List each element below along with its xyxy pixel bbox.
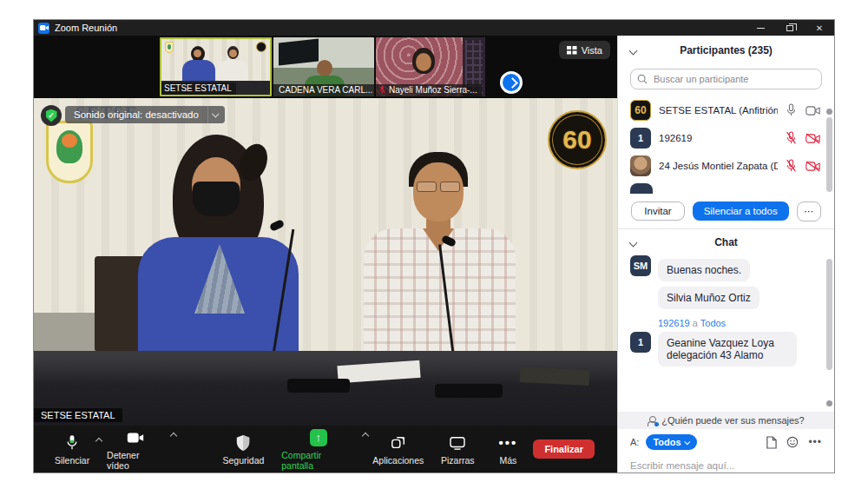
chat-message-group: SM Buenas noches. Silvia Muñoz Ortiz [630, 259, 822, 309]
avatar: SM [630, 255, 651, 276]
window-controls: ✕ [746, 20, 834, 36]
more-button[interactable]: ••• Más [483, 430, 533, 469]
participants-title: Participantes (235) [618, 44, 834, 56]
video-options-chevron[interactable] [169, 432, 176, 439]
share-screen-button[interactable]: ↑ Compartir pantalla [273, 425, 364, 474]
participant-row[interactable]: 24 Jesús Montiel Zapata (Direc... [618, 152, 834, 180]
stop-video-button[interactable]: Detener vídeo [98, 425, 173, 474]
chat-bubble: Geanine Vazquez Loya delegación 43 Alamo [658, 332, 797, 367]
60-anniversary-badge: 60 [548, 110, 607, 169]
search-icon [637, 74, 648, 84]
video-thumbnail-cadena[interactable]: CADENA VERA CARL... [273, 37, 374, 96]
original-sound-toggle[interactable]: Sonido original: desactivado [65, 106, 225, 123]
minimize-button[interactable] [746, 20, 775, 36]
chat-bubble: Silvia Muñoz Ortiz [658, 287, 760, 309]
meeting-toolbar: Silenciar Detener vídeo [34, 426, 617, 472]
mute-button[interactable]: Silenciar [46, 430, 98, 469]
close-button[interactable]: ✕ [805, 20, 834, 36]
video-thumbnail-nayeli[interactable]: Nayeli Muñoz Sierra-... [376, 37, 485, 96]
participant-row[interactable]: 60 SETSE ESTATAL (Anfitrión, yo) [618, 96, 834, 124]
thumbnail-60-badge [256, 42, 266, 52]
mic-muted-icon [786, 131, 797, 145]
share-screen-icon: ↑ [310, 429, 327, 446]
thumbnail-strip: SETSE ESTATAL CADENA VERA CARL... [34, 36, 617, 98]
mic-on-icon [786, 103, 797, 117]
chat-scrollbar[interactable] [826, 259, 832, 370]
window-title: Zoom Reunión [55, 23, 746, 33]
scrollbar-dot [826, 400, 832, 406]
more-dots-icon: ••• [498, 433, 517, 453]
screen: Zoom Reunión ✕ [0, 0, 868, 489]
maximize-icon [786, 25, 793, 31]
microphone-icon [65, 433, 79, 453]
maximize-button[interactable] [775, 20, 805, 36]
participant-name: 192619 [659, 133, 778, 143]
original-sound-label: Sonido original: desactivado [65, 106, 207, 123]
participant-name: 24 Jesús Montiel Zapata (Direc... [659, 161, 778, 171]
avatar: 1 [630, 128, 651, 149]
share-screen-button-label: Compartir pantalla [281, 450, 355, 471]
mute-button-label: Silenciar [55, 455, 89, 466]
participant-row[interactable]: 1 192619 [618, 124, 834, 152]
whiteboards-button[interactable]: Pizarras [432, 430, 483, 469]
participant-search-input[interactable] [630, 69, 822, 89]
sender-name[interactable]: 192619 [658, 318, 690, 328]
thumbnail-shield-logo [165, 42, 174, 53]
apps-button[interactable]: Aplicaciones [365, 430, 433, 469]
speaker-right-glasses [417, 182, 460, 192]
security-button[interactable]: Seguridad [214, 430, 273, 469]
chat-message-input[interactable] [630, 460, 822, 471]
camera-icon [126, 428, 145, 447]
next-page-arrow-button[interactable] [500, 71, 523, 94]
video-area: SETSE ESTATAL CADENA VERA CARL... [34, 36, 617, 472]
mic-muted-icon [786, 159, 797, 173]
chat-message-group: 1 Geanine Vazquez Loya delegación 43 Ala… [630, 332, 822, 367]
participant-search [630, 69, 822, 89]
emoji-icon[interactable] [786, 436, 799, 448]
whiteboards-button-label: Pizarras [441, 455, 475, 466]
main-video: ✓ Sonido original: desactivado SETSE 60 … [34, 98, 617, 426]
participants-actions: Invitar Silenciar a todos ⋯ [618, 194, 834, 228]
chat-compose-bar: A: Todos ••• [618, 429, 834, 455]
chat-sender-line: 192619 a Todos [658, 318, 822, 328]
video-thumbnail-setse[interactable]: SETSE ESTATAL [160, 37, 272, 96]
security-shield-check-icon: ✓ [41, 105, 62, 126]
mute-all-button[interactable]: Silenciar a todos [693, 202, 789, 221]
avatar [630, 155, 651, 176]
chat-privacy-note[interactable]: ¿Quién puede ver sus mensajes? [618, 412, 834, 429]
chat-input-row [618, 455, 834, 472]
active-speaker-name-label: SETSE ESTATAL [34, 408, 122, 422]
minimize-icon [757, 28, 765, 29]
to-label: A: [630, 437, 639, 447]
partially-scrolled-avatar [630, 183, 653, 194]
video-on-icon [806, 105, 820, 116]
file-attach-icon[interactable] [766, 436, 777, 449]
original-sound-dropdown[interactable] [207, 106, 225, 123]
thumbnail-name-label: SETSE ESTATAL [161, 83, 236, 95]
end-meeting-button[interactable]: Finalizar [533, 439, 595, 459]
recipient-selector[interactable]: Todos [646, 434, 696, 450]
security-button-label: Seguridad [222, 455, 264, 466]
zoom-meeting-window: Zoom Reunión ✕ [33, 19, 835, 473]
participant-name: SETSE ESTATAL (Anfitrión, yo) [659, 105, 778, 116]
video-off-icon [806, 133, 820, 144]
view-button[interactable]: Vista [559, 41, 610, 59]
view-button-label: Vista [582, 45, 602, 56]
shield-icon [235, 433, 251, 453]
participants-scrollbar[interactable] [826, 117, 832, 192]
participants-list: 60 SETSE ESTATAL (Anfitrión, yo) 1 19261… [618, 96, 834, 194]
side-panel: Participantes (235) 60 SETSE ESTATAL (An… [617, 36, 834, 472]
recipient-name[interactable]: Todos [700, 318, 726, 328]
chat-more-icon[interactable]: ••• [808, 436, 822, 448]
grid-view-icon [567, 46, 577, 55]
chat-messages: SM Buenas noches. Silvia Muñoz Ortiz 192… [618, 255, 834, 412]
speaker-right-face [413, 162, 464, 221]
close-icon: ✕ [816, 23, 823, 33]
participants-more-button[interactable]: ⋯ [797, 202, 821, 221]
invite-button[interactable]: Invitar [631, 202, 684, 221]
setse-shield-logo [46, 121, 93, 183]
avatar: 1 [630, 332, 651, 353]
scrollbar-dot [826, 109, 832, 115]
avatar: 60 [630, 100, 651, 121]
zoom-app-icon [38, 23, 49, 34]
